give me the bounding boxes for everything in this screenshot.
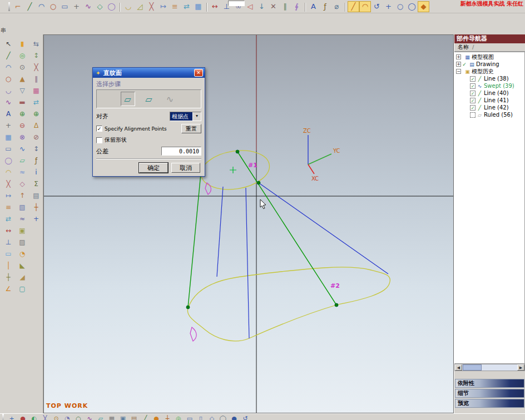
ruled-edge-green-left[interactable]: [188, 174, 201, 307]
split-body-icon[interactable]: ∥: [30, 73, 42, 84]
extend-icon[interactable]: ↦: [2, 189, 14, 201]
scrollbar-track[interactable]: [462, 364, 517, 371]
feature-checkbox[interactable]: [470, 112, 476, 118]
feature-checkbox[interactable]: [470, 98, 476, 103]
pad-icon[interactable]: ▬: [16, 96, 28, 108]
circle-icon[interactable]: ○: [2, 73, 14, 84]
vertex-point[interactable]: [335, 303, 338, 307]
orient-view-icon[interactable]: ◎: [173, 414, 184, 420]
ok-button[interactable]: 确定: [139, 163, 168, 173]
tree-item-model-history[interactable]: − ▣ 模型历史: [454, 68, 524, 75]
section-string-1-step-icon[interactable]: ▱: [121, 92, 135, 106]
ruled-edge-green-right[interactable]: [237, 152, 336, 305]
datum-axis-icon[interactable]: │: [2, 259, 14, 271]
profile-icon[interactable]: ⌐: [12, 1, 24, 12]
trim-icon[interactable]: ╳: [2, 178, 14, 189]
spline-icon[interactable]: ∿: [82, 1, 94, 12]
move-object-icon[interactable]: ⇆: [30, 38, 42, 49]
expander-icon[interactable]: −: [456, 69, 461, 74]
expression-icon[interactable]: ƒ: [319, 1, 331, 12]
filter-face-icon[interactable]: ▤: [128, 414, 140, 420]
snap-intersection-icon[interactable]: ╳: [39, 414, 51, 420]
draft-icon[interactable]: ◢: [16, 271, 28, 283]
align-dropdown[interactable]: 根据点 ▾: [170, 112, 201, 121]
ruled-icon[interactable]: ▱: [16, 154, 28, 166]
tree-item-model-views[interactable]: + ▦ 模型视图: [454, 53, 524, 61]
tree-item-line-41[interactable]: ╱ Line (41): [454, 97, 524, 104]
tree-item-line-42[interactable]: ╱ Line (42): [454, 104, 524, 111]
chamfer-sketch-icon[interactable]: ◿: [134, 1, 146, 12]
revolve-icon[interactable]: ◎: [16, 49, 28, 61]
snap-arc-icon[interactable]: ◠: [359, 1, 371, 12]
extrude-icon[interactable]: ▮: [16, 38, 28, 49]
specify-alignment-points-checkbox[interactable]: ✓: [96, 126, 102, 132]
ruled-edge-blue-3[interactable]: [259, 183, 388, 274]
reorder-icon[interactable]: ↕: [30, 143, 42, 154]
wcs-dynamics-icon[interactable]: ┼: [162, 414, 173, 420]
view-front-icon[interactable]: ▯: [195, 414, 206, 420]
boolean-icon[interactable]: ⊕: [30, 108, 42, 119]
rectangle-icon[interactable]: ▭: [2, 143, 14, 154]
sketch-icon[interactable]: ∠: [2, 283, 14, 294]
feature-checkbox[interactable]: [470, 83, 476, 89]
view-top-icon[interactable]: ▭: [184, 414, 195, 420]
snap-midpoint-icon[interactable]: ◐: [28, 414, 39, 420]
snap-ellipse-icon[interactable]: ◯: [406, 1, 418, 12]
tolerance-input[interactable]: [161, 147, 201, 156]
chevron-down-icon[interactable]: ▾: [192, 112, 201, 121]
chamfer-icon[interactable]: ◣: [16, 259, 28, 271]
tree-item-drawing[interactable]: + ✓ ▤ Drawing: [454, 61, 524, 68]
derived-line-icon[interactable]: ∥: [279, 1, 291, 12]
ellipse-icon[interactable]: ◯: [106, 1, 117, 12]
swept-icon[interactable]: ∿: [16, 143, 28, 154]
scroll-right-icon[interactable]: ▶: [517, 364, 524, 371]
snap-icon[interactable]: +: [30, 213, 42, 224]
mirror-feature-icon[interactable]: ⇄: [30, 96, 42, 108]
keep-shape-checkbox[interactable]: [96, 137, 102, 143]
expander-icon[interactable]: +: [456, 54, 461, 59]
circle-icon[interactable]: ○: [47, 1, 59, 12]
ruled-edge-blue-2[interactable]: [246, 188, 249, 338]
fillet-icon[interactable]: ◠: [2, 166, 14, 178]
vertex-point[interactable]: [236, 150, 239, 153]
render-wireframe-icon[interactable]: ◯: [217, 414, 229, 420]
pattern-curve-icon[interactable]: ▦: [192, 1, 204, 12]
snap-quadrant-icon[interactable]: ◔: [62, 414, 73, 420]
snap-point-on-surface-icon[interactable]: ▱: [95, 414, 106, 420]
dimension-icon[interactable]: ↔: [209, 1, 221, 12]
info-icon[interactable]: i: [30, 166, 42, 178]
constraint-icon[interactable]: ⊥: [2, 236, 14, 248]
filter-any-icon[interactable]: ▣: [117, 414, 128, 420]
measure-icon[interactable]: ⌀: [331, 1, 343, 12]
layers-icon[interactable]: ▤: [30, 189, 42, 201]
scroll-left-icon[interactable]: ◀: [455, 364, 462, 371]
cancel-button[interactable]: 取消: [171, 163, 200, 173]
n-sided-icon[interactable]: ◇: [16, 178, 28, 189]
orbit-icon[interactable]: ↺: [371, 1, 383, 12]
dimension-icon[interactable]: ↔: [2, 224, 14, 236]
scale-icon[interactable]: ↕: [30, 49, 42, 61]
conic-icon[interactable]: ◡: [2, 84, 14, 96]
snap-grid-icon[interactable]: ▦: [106, 414, 117, 420]
dialog-titlebar[interactable]: ✦ 直纹面 ✕: [93, 68, 205, 78]
mark-icon[interactable]: ◆: [418, 1, 429, 12]
pocket-icon[interactable]: ▽: [16, 84, 28, 96]
part-navigator-title[interactable]: 部件导航器: [454, 34, 525, 43]
filter-edge-icon[interactable]: ╱: [140, 414, 151, 420]
trimmed-sheet-icon[interactable]: ▧: [16, 201, 28, 213]
hole-icon[interactable]: ⊙: [16, 61, 28, 73]
blend-icon[interactable]: ◔: [16, 248, 28, 259]
toolbar-grip[interactable]: [8, 2, 10, 11]
render-shaded-icon[interactable]: ●: [229, 414, 240, 420]
thicken-icon[interactable]: ▣: [16, 224, 28, 236]
expression-icon[interactable]: ƒ: [30, 154, 42, 166]
toolbar-grip[interactable]: [2, 414, 4, 420]
snap-existing-point-icon[interactable]: ○: [73, 414, 84, 420]
preview-panel-bar[interactable]: 预览: [455, 399, 524, 408]
mirror-icon[interactable]: ⇄: [2, 213, 14, 224]
ruled-edge-blue-1[interactable]: [217, 187, 223, 277]
patch-icon[interactable]: ▨: [16, 236, 28, 248]
fillet-icon[interactable]: ◡: [122, 1, 134, 12]
arc-icon[interactable]: ◠: [36, 1, 47, 12]
tree-item-ruled-56[interactable]: ▱ Ruled (56): [454, 111, 524, 118]
